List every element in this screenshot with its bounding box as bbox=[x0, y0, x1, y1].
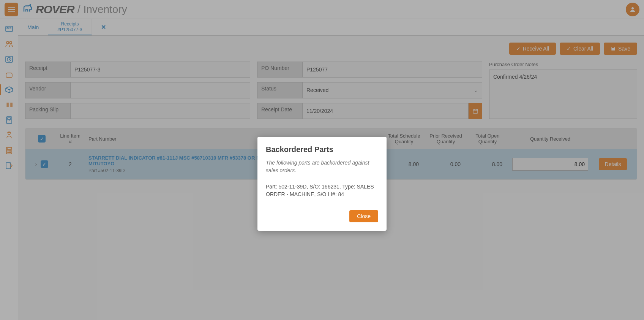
modal-overlay: Backordered Parts The following parts ar… bbox=[0, 0, 644, 320]
modal-close-button[interactable]: Close bbox=[349, 210, 378, 222]
modal-title: Backordered Parts bbox=[266, 145, 378, 154]
backordered-modal: Backordered Parts The following parts ar… bbox=[257, 137, 387, 231]
modal-subtitle: The following parts are backordered agai… bbox=[266, 159, 378, 174]
modal-body: Part: 502-11-39D, S/O: 166231, Type: SAL… bbox=[266, 183, 378, 198]
